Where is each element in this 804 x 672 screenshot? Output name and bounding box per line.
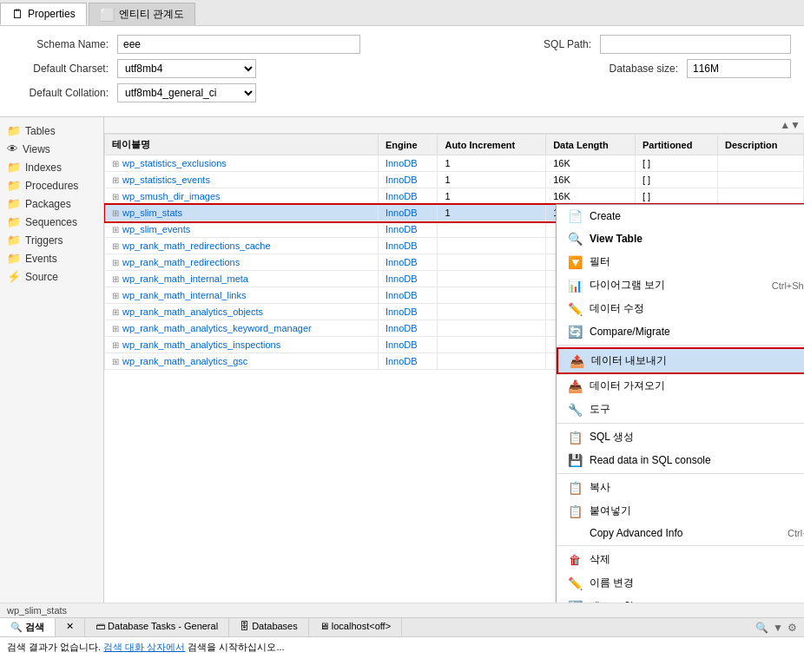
engine-link[interactable]: InnoDB (386, 224, 418, 234)
cell-engine: InnoDB (378, 172, 438, 188)
engine-link[interactable]: InnoDB (386, 158, 418, 168)
menu-item-refresh[interactable]: 🔄 새로 고침 F5 (557, 595, 804, 603)
cell-engine: InnoDB (378, 188, 438, 205)
filter-bottom-icon[interactable]: ▼ (773, 622, 783, 634)
table-name-link[interactable]: wp_slim_events (122, 224, 190, 234)
sql-path-input[interactable] (600, 35, 791, 54)
table-row[interactable]: ⊞wp_statistics_eventsInnoDB116K[ ] (105, 172, 804, 188)
bottom-panel: 🔍 검색 ✕ 🗃 Database Tasks - General 🗄 Data… (0, 617, 804, 672)
charset-row: Default Charset: utf8mb4 Database size: (13, 59, 791, 78)
sidebar-item-views[interactable]: 👁 Views (0, 140, 103, 158)
table-row-icon: ⊞ (112, 192, 119, 201)
sidebar-item-tables[interactable]: 📁 Tables (0, 122, 103, 140)
menu-filter-label: 필터 (590, 254, 804, 269)
menu-item-view-table[interactable]: 🔍 View Table F4 (557, 227, 804, 250)
table-row-icon: ⊞ (112, 340, 119, 350)
menu-item-sql-gen[interactable]: 📋 SQL 생성 ▶ (557, 425, 804, 449)
col-header-name: 테이블명 (105, 135, 379, 155)
selected-table-name: wp_slim_stats (7, 605, 67, 616)
menu-copy-advanced-label: Copy Advanced Info (590, 527, 781, 539)
menu-item-tools[interactable]: 🔧 도구 ▶ (557, 398, 804, 421)
menu-item-diagram[interactable]: 📊 다이어그램 보기 Ctrl+Shift+Enter (557, 273, 804, 297)
settings-bottom-icon[interactable]: ⚙ (788, 622, 797, 634)
menu-item-copy-advanced[interactable]: Copy Advanced Info Ctrl+Shift+C (557, 523, 804, 544)
menu-item-paste[interactable]: 📋 붙여넣기 Ctrl+V (557, 499, 804, 523)
bottom-tab-search[interactable]: 🔍 검색 (0, 618, 56, 636)
menu-item-read-sql[interactable]: 💾 Read data in SQL console (557, 449, 804, 471)
table-name-link[interactable]: wp_rank_math_redirections (122, 257, 240, 267)
cell-engine: InnoDB (378, 320, 438, 337)
engine-link[interactable]: InnoDB (386, 290, 418, 300)
search-dialog-link[interactable]: 검색 대화 상자에서 (103, 642, 185, 652)
bottom-tab-localhost[interactable]: 🖥 localhost<off> (309, 618, 402, 636)
sidebar-item-packages[interactable]: 📁 Packages (0, 194, 103, 213)
search-bottom-icon[interactable]: 🔍 (755, 622, 768, 634)
engine-link[interactable]: InnoDB (386, 306, 418, 317)
engine-link[interactable]: InnoDB (386, 273, 418, 284)
menu-delete-label: 삭제 (590, 552, 804, 567)
sidebar-item-indexes[interactable]: 📁 Indexes (0, 158, 103, 176)
cell-name: ⊞wp_slim_stats (105, 205, 379, 221)
bottom-tab-databases[interactable]: 🗄 Databases (229, 618, 309, 636)
sidebar-item-events[interactable]: 📁 Events (0, 249, 103, 267)
table-row-icon: ⊞ (112, 208, 119, 218)
engine-link[interactable]: InnoDB (386, 208, 418, 218)
engine-link[interactable]: InnoDB (386, 323, 418, 333)
menu-paste-label: 붙여넣기 (590, 504, 804, 518)
menu-item-export[interactable]: 📤 데이터 내보내기 (557, 347, 804, 374)
engine-link[interactable]: InnoDB (386, 339, 418, 350)
table-name-link[interactable]: wp_statistics_events (122, 175, 210, 185)
table-row[interactable]: ⊞wp_statistics_exclusionsInnoDB116K[ ] (105, 155, 804, 172)
charset-select[interactable]: utf8mb4 (117, 59, 256, 78)
cell-engine: InnoDB (378, 254, 438, 271)
schema-input[interactable] (117, 35, 360, 54)
bottom-tab-close[interactable]: ✕ (56, 618, 85, 636)
table-name-link[interactable]: wp_slim_stats (122, 208, 182, 218)
sort-down-icon[interactable]: ▼ (790, 119, 801, 131)
sidebar-item-procedures[interactable]: 📁 Procedures (0, 176, 103, 194)
paste-icon: 📋 (567, 504, 583, 518)
menu-item-copy[interactable]: 📋 복사 Ctrl+C (557, 476, 804, 499)
sort-up-icon[interactable]: ▲ (780, 119, 790, 131)
table-name-link[interactable]: wp_rank_math_redirections_cache (122, 240, 271, 251)
sidebar-item-sequences[interactable]: 📁 Sequences (0, 213, 103, 231)
menu-edit-data-label: 데이터 수정 (590, 301, 804, 316)
table-name-link[interactable]: wp_rank_math_analytics_gsc (122, 356, 247, 366)
engine-link[interactable]: InnoDB (386, 257, 418, 267)
table-name-link[interactable]: wp_rank_math_analytics_objects (122, 306, 263, 317)
engine-link[interactable]: InnoDB (386, 191, 418, 201)
menu-item-edit-data[interactable]: ✏️ 데이터 수정 (557, 297, 804, 320)
menu-item-create[interactable]: 📄 Create ▶ (557, 205, 804, 227)
rename-icon: ✏️ (567, 576, 583, 590)
table-row[interactable]: ⊞wp_smush_dir_imagesInnoDB116K[ ] (105, 188, 804, 205)
tab-properties[interactable]: 🗒 Properties (0, 3, 87, 25)
table-area[interactable]: ▲ ▼ 테이블명 Engine Auto Increment Data Leng… (104, 117, 804, 603)
views-icon: 👁 (7, 142, 18, 155)
engine-link[interactable]: InnoDB (386, 356, 418, 366)
collation-select[interactable]: utf8mb4_general_ci (117, 83, 256, 102)
table-name-link[interactable]: wp_statistics_exclusions (122, 158, 227, 168)
engine-link[interactable]: InnoDB (386, 240, 418, 251)
menu-sql-gen-label: SQL 생성 (590, 430, 804, 445)
bottom-tab-db-tasks[interactable]: 🗃 Database Tasks - General (85, 618, 229, 636)
table-name-link[interactable]: wp_rank_math_analytics_keyword_manager (122, 323, 312, 333)
cell-name: ⊞wp_rank_math_redirections_cache (105, 238, 379, 254)
cell-description (718, 188, 804, 205)
tab-entity[interactable]: ⬜ 엔티티 관계도 (89, 3, 195, 25)
table-name-link[interactable]: wp_rank_math_internal_links (122, 290, 246, 300)
table-name-link[interactable]: wp_rank_math_analytics_inspections (122, 339, 280, 350)
menu-item-delete[interactable]: 🗑 삭제 삭제 (557, 548, 804, 571)
menu-item-filter[interactable]: 🔽 필터 ▶ (557, 250, 804, 273)
menu-item-compare[interactable]: 🔄 Compare/Migrate ▶ (557, 320, 804, 343)
cell-auto-inc (438, 337, 546, 353)
source-icon: ⚡ (7, 270, 21, 283)
sidebar-item-source[interactable]: ⚡ Source (0, 267, 103, 286)
sidebar-item-triggers[interactable]: 📁 Triggers (0, 231, 103, 249)
table-name-link[interactable]: wp_rank_math_internal_meta (122, 273, 248, 284)
menu-item-import[interactable]: 📥 데이터 가져오기 (557, 374, 804, 398)
sql-gen-icon: 📋 (567, 431, 583, 445)
engine-link[interactable]: InnoDB (386, 175, 418, 185)
menu-item-rename[interactable]: ✏️ 이름 변경 F2 (557, 571, 804, 595)
db-size-input[interactable] (687, 59, 791, 78)
table-name-link[interactable]: wp_smush_dir_images (122, 191, 221, 201)
